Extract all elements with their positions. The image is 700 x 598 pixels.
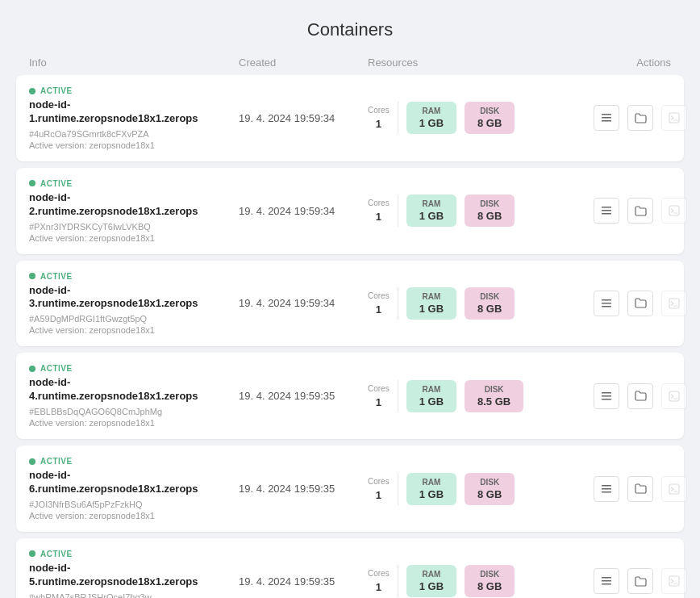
container-card: ACTIVE node-id-5.runtime.zeropsnode18x1.… <box>16 538 684 598</box>
resources-section: Cores 1 RAM 1 GB DISK 8 GB <box>368 287 594 320</box>
ram-badge: RAM 1 GB <box>406 565 456 597</box>
status-label: ACTIVE <box>40 86 73 95</box>
info-section: ACTIVE node-id-3.runtime.zeropsnode18x1.… <box>29 272 239 336</box>
svg-rect-8 <box>602 299 611 301</box>
cores-value: 1 <box>376 211 381 223</box>
container-card: ACTIVE node-id-1.runtime.zeropsnode18x1.… <box>16 75 684 161</box>
folder-button[interactable] <box>627 383 653 409</box>
terminal-button[interactable] <box>661 568 687 594</box>
cores-label: Cores <box>368 384 390 393</box>
cores-label: Cores <box>368 477 390 486</box>
ram-badge: RAM 1 GB <box>406 380 456 412</box>
ram-value: 1 GB <box>419 488 444 500</box>
cores-resource: Cores 1 <box>368 106 390 130</box>
folder-button[interactable] <box>627 105 653 131</box>
list-button[interactable] <box>594 476 619 502</box>
svg-rect-13 <box>602 395 611 397</box>
ram-value: 1 GB <box>419 210 444 222</box>
svg-rect-17 <box>602 488 611 490</box>
node-hash: #4uRcOa79SGmrtk8cFXvPZA <box>29 129 239 139</box>
status-label: ACTIVE <box>40 364 73 373</box>
list-button[interactable] <box>594 291 619 316</box>
divider <box>398 380 398 412</box>
status-dot <box>29 550 35 557</box>
ram-label: RAM <box>422 478 440 487</box>
folder-button[interactable] <box>627 476 653 502</box>
created-date: 19. 4. 2024 19:59:35 <box>239 483 368 495</box>
disk-value: 8.5 GB <box>477 395 510 408</box>
status-row: ACTIVE <box>29 179 239 188</box>
svg-rect-4 <box>602 207 611 208</box>
disk-value: 8 GB <box>477 580 502 592</box>
disk-value: 8 GB <box>477 210 502 222</box>
terminal-button[interactable] <box>661 105 687 131</box>
list-button[interactable] <box>594 105 619 131</box>
list-button[interactable] <box>594 383 619 409</box>
cores-resource: Cores 1 <box>368 477 390 501</box>
disk-label: DISK <box>480 199 499 208</box>
disk-label: DISK <box>480 570 499 579</box>
svg-rect-9 <box>602 303 611 304</box>
status-dot <box>29 366 35 372</box>
svg-rect-11 <box>669 299 679 308</box>
terminal-button[interactable] <box>661 476 687 502</box>
disk-badge: DISK 8 GB <box>465 565 515 597</box>
folder-button[interactable] <box>627 568 653 594</box>
ram-badge: RAM 1 GB <box>406 473 456 505</box>
actions-section <box>594 568 687 594</box>
svg-rect-7 <box>669 206 679 215</box>
node-version: Active version: zeropsnode18x1 <box>29 511 239 521</box>
header-info: Info <box>29 56 239 69</box>
svg-rect-0 <box>602 114 611 115</box>
disk-label: DISK <box>485 385 504 394</box>
status-row: ACTIVE <box>29 86 239 95</box>
table-header: Info Created Resources Actions <box>16 56 684 75</box>
node-hash: #A59DgMPdRGI1ftGwzgt5pQ <box>29 314 239 324</box>
svg-rect-2 <box>602 120 611 122</box>
folder-button[interactable] <box>627 198 653 224</box>
ram-label: RAM <box>422 107 440 115</box>
divider <box>398 194 398 227</box>
terminal-button[interactable] <box>661 291 687 316</box>
status-dot <box>29 458 35 465</box>
created-date: 19. 4. 2024 19:59:35 <box>239 390 368 402</box>
info-section: ACTIVE node-id-5.runtime.zeropsnode18x1.… <box>29 550 239 598</box>
actions-section <box>594 291 687 316</box>
divider <box>398 102 398 134</box>
header-created: Created <box>239 56 368 69</box>
actions-section <box>594 198 687 224</box>
cores-value: 1 <box>376 489 381 501</box>
list-button[interactable] <box>594 198 619 224</box>
folder-button[interactable] <box>627 291 653 316</box>
disk-label: DISK <box>480 292 499 301</box>
cores-value: 1 <box>376 396 381 408</box>
resources-section: Cores 1 RAM 1 GB DISK 8 GB <box>368 102 594 134</box>
node-hash: #whRMA7sBRJSHrOceI7hg3w <box>29 592 239 598</box>
svg-rect-19 <box>669 484 679 494</box>
cores-value: 1 <box>376 303 381 316</box>
ram-value: 1 GB <box>419 580 444 592</box>
resources-section: Cores 1 RAM 1 GB DISK 8 GB <box>368 473 594 505</box>
status-row: ACTIVE <box>29 550 239 558</box>
status-row: ACTIVE <box>29 457 239 466</box>
svg-rect-20 <box>602 577 611 579</box>
terminal-button[interactable] <box>661 198 687 224</box>
info-section: ACTIVE node-id-2.runtime.zeropsnode18x1.… <box>29 179 239 243</box>
actions-section <box>594 383 687 409</box>
disk-value: 8 GB <box>477 117 502 129</box>
disk-value: 8 GB <box>477 303 502 315</box>
resources-section: Cores 1 RAM 1 GB DISK 8 GB <box>368 565 594 597</box>
terminal-button[interactable] <box>661 383 687 409</box>
info-section: ACTIVE node-id-6.runtime.zeropsnode18x1.… <box>29 457 239 521</box>
list-button[interactable] <box>594 568 619 594</box>
info-section: ACTIVE node-id-4.runtime.zeropsnode18x1.… <box>29 364 239 428</box>
ram-label: RAM <box>422 570 440 579</box>
disk-value: 8 GB <box>477 488 502 500</box>
cores-label: Cores <box>368 106 390 115</box>
svg-rect-16 <box>602 485 611 487</box>
status-label: ACTIVE <box>40 272 73 281</box>
status-label: ACTIVE <box>40 550 73 558</box>
node-hash: #PXnr3IYDRSKCyT6IwLVKBQ <box>29 222 239 232</box>
node-name: node-id-4.runtime.zeropsnode18x1.zerops <box>29 376 239 404</box>
header-resources: Resources <box>368 56 594 69</box>
